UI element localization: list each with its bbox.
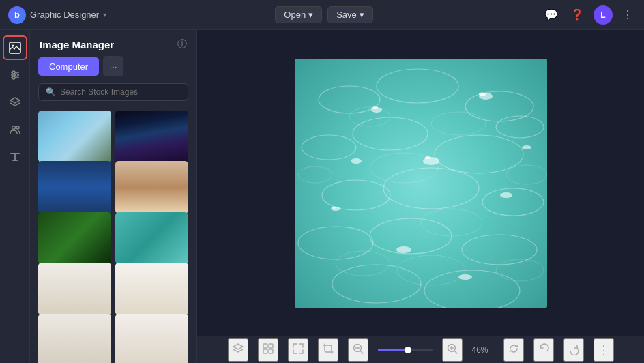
thumbnail-food4[interactable] <box>115 314 188 363</box>
search-box: 🔍 <box>38 83 188 101</box>
main: Image Manager ⓘ Computer ··· 🔍 <box>0 30 644 363</box>
svg-point-8 <box>12 126 15 130</box>
zoom-slider-track[interactable] <box>378 349 433 351</box>
svg-point-6 <box>15 74 18 76</box>
redo-icon[interactable] <box>564 338 584 362</box>
canvas-main[interactable] <box>197 30 644 336</box>
thumbnail-building[interactable] <box>38 161 111 213</box>
image-grid <box>30 108 196 363</box>
zoom-percentage: 46% <box>472 345 494 355</box>
grid-icon[interactable] <box>258 338 278 362</box>
more-options-icon[interactable]: ⋮ <box>619 5 636 24</box>
zoom-out-icon[interactable] <box>348 338 368 362</box>
svg-point-43 <box>458 274 472 280</box>
svg-rect-51 <box>269 349 273 353</box>
open-button[interactable]: Open ▾ <box>275 6 322 23</box>
sidebar-title: Image Manager <box>40 39 114 50</box>
help-icon[interactable]: ❓ <box>568 5 587 24</box>
zoom-knob[interactable] <box>405 347 411 353</box>
brand-logo[interactable]: b <box>8 6 26 24</box>
svg-rect-49 <box>269 344 273 348</box>
thumbnail-food2[interactable] <box>115 263 188 315</box>
svg-point-41 <box>522 145 531 149</box>
svg-point-5 <box>12 71 15 74</box>
thumbnail-water-tiles[interactable] <box>115 212 188 264</box>
svg-point-45 <box>479 92 486 96</box>
pool-water-svg <box>295 59 547 308</box>
thumbnail-food3[interactable] <box>38 314 111 363</box>
undo-icon[interactable] <box>533 338 554 362</box>
chevron-down-icon: ▾ <box>360 10 364 20</box>
avatar[interactable]: L <box>594 5 613 25</box>
sidebar: Image Manager ⓘ Computer ··· 🔍 <box>30 30 197 363</box>
app-title: Graphic Designer <box>30 10 99 20</box>
people-nav-icon[interactable] <box>3 117 27 142</box>
sidebar-header: Image Manager ⓘ <box>30 30 196 56</box>
topbar-left: b Graphic Designer ▾ <box>8 6 106 24</box>
canvas-area: 46% ⋮ <box>197 30 644 363</box>
svg-rect-10 <box>295 59 547 308</box>
zoom-in-icon[interactable] <box>442 338 463 362</box>
svg-point-39 <box>500 192 512 198</box>
more-icon[interactable]: ⋮ <box>594 338 614 362</box>
svg-point-9 <box>16 126 19 129</box>
svg-rect-48 <box>263 344 267 348</box>
refresh-icon[interactable] <box>503 338 524 362</box>
search-icon: 🔍 <box>46 87 56 97</box>
text-nav-icon[interactable] <box>3 145 27 169</box>
crop-icon[interactable] <box>318 338 338 362</box>
svg-rect-50 <box>263 349 267 353</box>
svg-point-7 <box>12 76 15 79</box>
chevron-down-icon: ▾ <box>308 10 313 20</box>
topbar-center: Open ▾ Save ▾ <box>106 6 542 23</box>
layers-nav-icon[interactable] <box>3 90 27 115</box>
thumbnail-aurora[interactable] <box>115 111 188 162</box>
svg-line-58 <box>454 351 457 353</box>
comments-icon[interactable]: 💬 <box>542 5 561 24</box>
topbar: b Graphic Designer ▾ Open ▾ Save ▾ 💬 ❓ L… <box>0 0 644 30</box>
svg-point-42 <box>351 158 362 164</box>
adjustments-nav-icon[interactable] <box>3 63 27 87</box>
expand-icon[interactable] <box>288 338 308 362</box>
thumbnail-ruins[interactable] <box>115 161 188 213</box>
svg-line-54 <box>360 351 363 353</box>
thumbnail-food1[interactable] <box>38 263 111 315</box>
sidebar-tabs: Computer ··· <box>30 56 196 83</box>
canvas-image <box>295 59 547 308</box>
topbar-right: 💬 ❓ L ⋮ <box>542 5 636 25</box>
search-input[interactable] <box>60 87 181 97</box>
layers-icon[interactable] <box>228 338 248 362</box>
svg-point-44 <box>425 156 430 159</box>
more-tab[interactable]: ··· <box>103 56 123 76</box>
thumbnail-van[interactable] <box>38 111 111 162</box>
image-manager-nav-icon[interactable] <box>3 35 27 60</box>
svg-point-47 <box>332 206 336 208</box>
bottom-toolbar: 46% ⋮ <box>197 336 644 363</box>
svg-point-46 <box>372 106 378 109</box>
svg-point-1 <box>12 45 14 47</box>
logo-text: b <box>14 10 20 20</box>
zoom-slider[interactable] <box>378 349 433 351</box>
computer-tab[interactable]: Computer <box>38 57 99 76</box>
svg-point-40 <box>396 246 411 253</box>
thumbnail-leaves[interactable] <box>38 212 111 264</box>
info-icon[interactable]: ⓘ <box>177 38 187 50</box>
left-nav <box>0 30 30 363</box>
save-button[interactable]: Save ▾ <box>327 6 373 23</box>
